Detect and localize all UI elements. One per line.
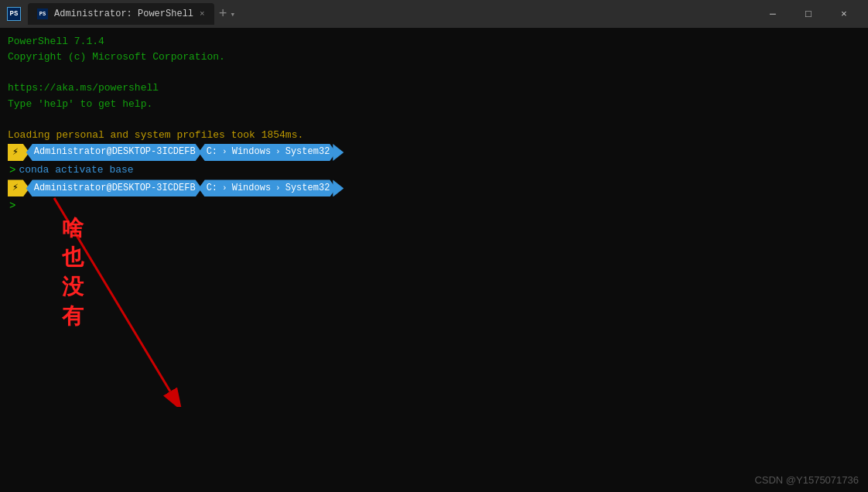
- title-bar: PS PS Administrator: PowerShell × + ▾ ─ …: [0, 0, 868, 28]
- prompt-badge-2: ⚡ Administrator@DESKTOP-3ICDEFB C: › Win…: [8, 179, 343, 196]
- user-badge-2: Administrator@DESKTOP-3ICDEFB: [26, 179, 202, 196]
- close-button[interactable]: ×: [826, 0, 862, 28]
- path-badge-1: C: › Windows › System32: [199, 144, 337, 161]
- tab-list: PS Administrator: PowerShell × + ▾: [28, 3, 755, 25]
- prompt-line-1: ⚡ Administrator@DESKTOP-3ICDEFB C: › Win…: [8, 144, 860, 161]
- path-badge-2: C: › Windows › System32: [199, 179, 337, 196]
- output-line-7: Loading personal and system profiles too…: [8, 128, 860, 143]
- output-line-3: [8, 65, 860, 80]
- badge-end-2: [333, 179, 343, 196]
- prompt-badge-1: ⚡ Administrator@DESKTOP-3ICDEFB C: › Win…: [8, 144, 343, 161]
- output-line-1: PowerShell 7.1.4: [8, 34, 860, 50]
- command-line: > conda activate base: [8, 162, 860, 179]
- annotation-text: 啥也没有: [62, 214, 84, 331]
- tab-close-button[interactable]: ×: [200, 9, 205, 19]
- tab-label: Administrator: PowerShell: [54, 9, 193, 19]
- svg-line-1: [54, 198, 170, 391]
- watermark: CSDN @Y1575071736: [754, 474, 859, 486]
- powershell-icon: PS: [7, 7, 21, 21]
- tab-ps-icon: PS: [37, 9, 48, 19]
- new-tab-button[interactable]: +: [219, 6, 227, 22]
- tab-dropdown-button[interactable]: ▾: [230, 9, 235, 19]
- cursor-line: >: [8, 197, 860, 214]
- badge-end-1: [333, 144, 343, 161]
- active-tab[interactable]: PS Administrator: PowerShell ×: [28, 3, 214, 25]
- lightning-badge-2: ⚡: [8, 179, 29, 196]
- user-badge-1: Administrator@DESKTOP-3ICDEFB: [26, 144, 202, 161]
- prompt-gt-1: >: [9, 162, 15, 179]
- chevron-1: ›: [222, 145, 227, 159]
- maximize-button[interactable]: □: [791, 0, 826, 28]
- output-line-5: Type 'help' to get help.: [8, 97, 860, 112]
- prompt-gt-2: >: [9, 197, 15, 214]
- app-icon: PS: [6, 6, 22, 22]
- chevron-3: ›: [222, 182, 227, 196]
- output-line-2: Copyright (c) Microsoft Corporation.: [8, 50, 860, 65]
- output-line-4: https://aka.ms/powershell: [8, 80, 860, 96]
- lightning-badge-1: ⚡: [8, 144, 29, 161]
- terminal-window[interactable]: PowerShell 7.1.4 Copyright (c) Microsoft…: [0, 28, 868, 492]
- output-line-6: [8, 112, 860, 128]
- prompt-line-2: ⚡ Administrator@DESKTOP-3ICDEFB C: › Win…: [8, 179, 860, 196]
- window-controls: ─ □ ×: [755, 0, 862, 28]
- chevron-4: ›: [275, 182, 281, 196]
- command-text: conda activate base: [19, 162, 133, 179]
- chevron-2: ›: [275, 145, 281, 159]
- minimize-button[interactable]: ─: [755, 0, 791, 28]
- annotation-arrow: [15, 183, 193, 407]
